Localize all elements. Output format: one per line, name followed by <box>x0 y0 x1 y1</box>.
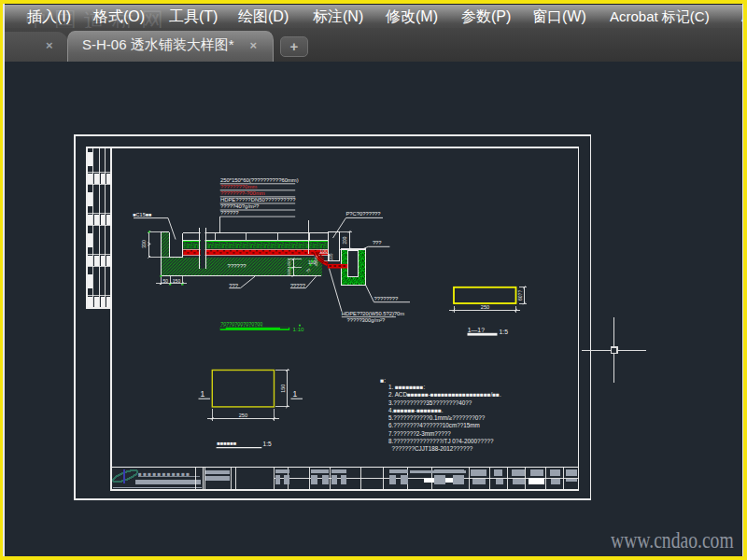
svg-text:450: 450 <box>287 259 291 267</box>
svg-text:105: 105 <box>329 253 333 260</box>
svg-text:250: 250 <box>239 413 247 418</box>
svg-text:■:: ■: <box>380 377 386 384</box>
svg-text:1:5: 1:5 <box>500 329 509 335</box>
svg-text:???: ??? <box>229 283 238 288</box>
svg-text:??????: ?????? <box>228 263 247 269</box>
svg-text:100: 100 <box>320 249 328 254</box>
svg-text:????????0mm: ????????0mm <box>220 184 257 189</box>
svg-text:??????: ?????? <box>220 210 239 216</box>
svg-text:?0??0?00?0?0?00: ?0??0?00?0?0?00 <box>220 321 262 327</box>
svg-text:150: 150 <box>173 278 181 284</box>
svg-text:250*150*60(??????????60mm): 250*150*60(??????????60mm) <box>220 177 299 183</box>
svg-text:■■■■■■: ■■■■■■ <box>217 441 237 446</box>
svg-text:1: 1 <box>293 389 298 399</box>
svg-text:HDPE?????DN50??????????: HDPE?????DN50?????????? <box>220 197 296 203</box>
svg-text:330: 330 <box>141 240 147 248</box>
svg-text:1: 1 <box>201 389 205 399</box>
svg-text:6.????????4??????10cm??15mm: 6.????????4??????10cm??15mm <box>388 422 480 428</box>
svg-text:60??: 60?? <box>517 290 523 301</box>
svg-text:5.???????????0.1mm/≥???????0??: 5.???????????0.1mm/≥???????0?? <box>388 414 486 421</box>
svg-text:2. ACD■■■■■■-■■■■■■■■■■■■■■■■■: 2. ACD■■■■■■-■■■■■■■■■■■■■■■■■/■■. <box>388 391 501 398</box>
svg-text:????????: ???????? <box>374 296 400 301</box>
svg-text:?????300g/m²?: ?????300g/m²? <box>347 317 386 323</box>
svg-text:???: ??? <box>373 240 382 245</box>
svg-text:1:5: 1:5 <box>263 441 272 447</box>
svg-text:200: 200 <box>343 236 347 244</box>
svg-text:3.??????????35????????40??: 3.??????????35????????40?? <box>388 399 472 406</box>
svg-text:4.■■■■■■-■■■■■■■.: 4.■■■■■■-■■■■■■■. <box>388 407 444 413</box>
svg-text:50: 50 <box>163 278 169 284</box>
svg-text:1. ■■■■■■■■:: 1. ■■■■■■■■: <box>388 384 425 390</box>
svg-text:1:10: 1:10 <box>293 326 305 332</box>
svg-text:P?C?0??????: P?C?0?????? <box>346 211 382 217</box>
svg-text:250: 250 <box>481 304 489 310</box>
svg-text:■C15■■: ■C15■■ <box>133 212 151 217</box>
svg-text:?????40?g/m²?: ?????40?g/m²? <box>220 203 260 209</box>
svg-text:7.???????2-3mm?????: 7.???????2-3mm????? <box>388 430 451 437</box>
svg-text:???????CJJT188-2012??????: ???????CJJT188-2012?????? <box>392 445 473 452</box>
svg-text:HDPE??20(W50.5?2)?0m: HDPE??20(W50.5?2)?0m <box>342 311 405 316</box>
svg-text:8.???????????????/TJ 0?4-2000?: 8.???????????????/TJ 0?4-2000????? <box>388 438 494 444</box>
svg-text:1—1?: 1—1? <box>468 327 485 333</box>
svg-text:■■■■■■■■■■■: ■■■■■■■■■■■ <box>138 470 191 477</box>
svg-text:????????-?00mm: ????????-?00mm <box>220 190 265 196</box>
svg-text:150: 150 <box>280 385 286 393</box>
svg-text:?????: ????? <box>290 283 306 288</box>
